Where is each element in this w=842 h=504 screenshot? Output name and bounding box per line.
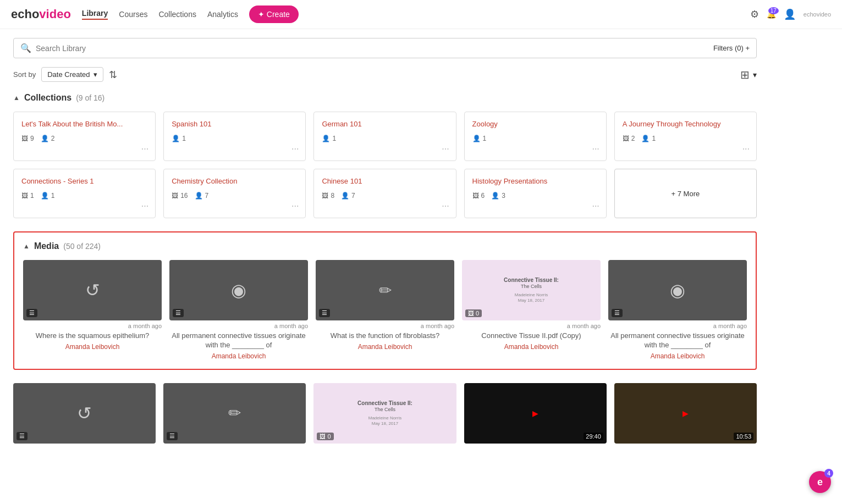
logo[interactable]: echovideo bbox=[11, 7, 71, 21]
media-collapse-icon[interactable]: ▲ bbox=[23, 242, 30, 250]
more-options-icon[interactable]: ··· bbox=[592, 201, 599, 211]
main-nav: Library Courses Collections Analytics bbox=[82, 9, 238, 20]
collection-card[interactable]: A Journey Through Technology 🖼 2 👤 1 ··· bbox=[614, 112, 757, 161]
media-thumbnail: Connective Tissue II: The Cells Madelein… bbox=[462, 260, 601, 320]
media-count: 🖼 16 bbox=[172, 192, 188, 200]
media-card[interactable]: ✏ ☰ a month ago What is the function of … bbox=[316, 260, 454, 360]
more-options-icon[interactable]: ··· bbox=[742, 144, 750, 154]
nav-courses[interactable]: Courses bbox=[119, 10, 147, 19]
collection-card[interactable]: Connections - Series 1 🖼 1 👤 1 ··· bbox=[13, 169, 156, 218]
brand-label: echovideo bbox=[804, 11, 831, 18]
collection-title: Histology Presentations bbox=[472, 177, 598, 185]
media-grid: ↺ ☰ a month ago Where is the squamous ep… bbox=[23, 260, 747, 360]
more-options-icon[interactable]: ··· bbox=[291, 201, 299, 211]
collection-meta: 👤 1 bbox=[322, 135, 448, 142]
sort-label: Sort by bbox=[13, 70, 36, 79]
media-card[interactable]: ◉ ☰ a month ago All permanent connective… bbox=[169, 260, 308, 360]
collection-card[interactable]: Chinese 101 🖼 8 👤 7 ··· bbox=[313, 169, 456, 218]
collection-meta: 🖼 8 👤 7 bbox=[322, 192, 448, 200]
collection-title: Chinese 101 bbox=[322, 177, 448, 185]
media-header: ▲ Media (50 of 224) bbox=[23, 241, 747, 251]
header: echovideo Library Courses Collections An… bbox=[0, 0, 842, 29]
notification-bell[interactable]: 🔔 17 bbox=[767, 10, 776, 19]
media-thumbnail: ↺ ☰ bbox=[13, 383, 156, 444]
media-count: 🖼 1 bbox=[21, 192, 34, 200]
create-button[interactable]: ✦ Create bbox=[249, 5, 299, 23]
media-author: Amanda Leibovich bbox=[608, 352, 747, 360]
collection-meta: 🖼 6 👤 3 bbox=[472, 192, 598, 200]
sort-dropdown[interactable]: Date Created ▾ bbox=[41, 67, 103, 82]
sort-order-icon[interactable]: ⇅ bbox=[109, 69, 117, 81]
media-date: a month ago bbox=[316, 323, 454, 329]
youtube-icon: ▶ bbox=[532, 409, 538, 418]
media-card[interactable]: Connective Tissue II: The Cells Madelein… bbox=[462, 260, 601, 360]
media-date: a month ago bbox=[23, 323, 162, 329]
nav-analytics[interactable]: Analytics bbox=[207, 10, 238, 19]
replay-icon: ↺ bbox=[77, 403, 92, 424]
more-options-icon[interactable]: ··· bbox=[141, 201, 148, 211]
search-container: 🔍 Filters (0) + bbox=[13, 38, 757, 58]
collection-meta: 👤 1 bbox=[472, 135, 598, 142]
collection-title: Connections - Series 1 bbox=[21, 177, 147, 185]
more-options-icon[interactable]: ··· bbox=[141, 144, 148, 154]
media-play-icon: ◉ bbox=[231, 280, 246, 301]
collection-card[interactable]: Histology Presentations 🖼 6 👤 3 ··· bbox=[464, 169, 607, 218]
collections-title: Collections bbox=[24, 93, 71, 103]
user-count: 👤 2 bbox=[41, 135, 55, 142]
collection-title: A Journey Through Technology bbox=[623, 120, 749, 128]
collection-title: Chemistry Collection bbox=[172, 177, 298, 185]
media-title-text: What is the function of fibroblasts? bbox=[316, 331, 454, 341]
media-card[interactable]: ◉ ☰ a month ago All permanent connective… bbox=[608, 260, 747, 360]
sort-bar: Sort by Date Created ▾ ⇅ ⊞ ▾ bbox=[13, 67, 757, 82]
collection-card[interactable]: Spanish 101 👤 1 ··· bbox=[163, 112, 306, 161]
media-author: Amanda Leibovich bbox=[316, 343, 454, 351]
media-play-icon: ◉ bbox=[670, 280, 685, 301]
collection-meta: 🖼 1 👤 1 bbox=[21, 192, 147, 200]
user-icon[interactable]: 👤 bbox=[784, 8, 796, 20]
collections-header: ▲ Collections (9 of 16) bbox=[13, 93, 757, 103]
settings-icon[interactable]: ⚙ bbox=[750, 8, 759, 20]
media-author: Amanda Leibovich bbox=[23, 343, 162, 351]
video-duration: 29:40 bbox=[584, 433, 603, 440]
media-card[interactable]: ▶ 10:53 bbox=[614, 383, 757, 446]
media-thumbnail: ◉ ☰ bbox=[608, 260, 747, 320]
chevron-down-icon: ▾ bbox=[93, 70, 97, 79]
nav-library[interactable]: Library bbox=[82, 9, 108, 20]
edit-icon: ✏ bbox=[379, 281, 392, 300]
collection-title: Zoology bbox=[472, 120, 598, 128]
media-card[interactable]: ↺ ☰ bbox=[13, 383, 156, 446]
media-title-text: Where is the squamous epithelium? bbox=[23, 331, 162, 341]
search-input[interactable] bbox=[36, 44, 713, 53]
collections-collapse-icon[interactable]: ▲ bbox=[13, 94, 20, 102]
collection-card[interactable]: Zoology 👤 1 ··· bbox=[464, 112, 607, 161]
view-toggle[interactable]: ⊞ ▾ bbox=[740, 68, 757, 81]
media-thumbnail: ▶ 29:40 bbox=[464, 383, 607, 444]
media-card[interactable]: ▶ 29:40 bbox=[464, 383, 607, 446]
media-count: 🖼 2 bbox=[623, 135, 635, 142]
more-options-icon[interactable]: ··· bbox=[442, 201, 449, 211]
user-count: 👤 1 bbox=[472, 135, 487, 142]
media-count: 🖼 8 bbox=[322, 192, 334, 200]
media-play-icon: ↺ bbox=[85, 280, 100, 301]
media-date: a month ago bbox=[169, 323, 308, 329]
media-title-text: All permanent connective tissues origina… bbox=[608, 331, 747, 350]
media-thumbnail: ◉ ☰ bbox=[169, 260, 308, 320]
media-thumbnail: ▶ 10:53 bbox=[614, 383, 757, 444]
more-options-icon[interactable]: ··· bbox=[592, 144, 599, 154]
notification-count: 17 bbox=[768, 7, 779, 14]
collection-card[interactable]: Let's Talk About the British Mo... 🖼 9 👤… bbox=[13, 112, 156, 161]
media-card[interactable]: Connective Tissue II: The Cells Madelein… bbox=[313, 383, 456, 446]
filters-button[interactable]: Filters (0) + bbox=[713, 44, 750, 52]
nav-collections[interactable]: Collections bbox=[158, 10, 196, 19]
bottom-media-grid: ↺ ☰ ✏ ☰ Connective Tissue II: The Cells … bbox=[13, 383, 757, 446]
media-card[interactable]: ✏ ☰ bbox=[163, 383, 306, 446]
media-card[interactable]: ↺ ☰ a month ago Where is the squamous ep… bbox=[23, 260, 162, 360]
more-options-icon[interactable]: ··· bbox=[291, 144, 299, 154]
media-type-badge: ☰ bbox=[319, 309, 330, 317]
media-type-badge: 🖼 0 bbox=[317, 433, 333, 440]
more-options-icon[interactable]: ··· bbox=[442, 144, 449, 154]
media-count: (50 of 224) bbox=[63, 242, 101, 251]
collection-card[interactable]: German 101 👤 1 ··· bbox=[313, 112, 456, 161]
show-more-button[interactable]: + 7 More bbox=[614, 169, 757, 218]
collection-card[interactable]: Chemistry Collection 🖼 16 👤 7 ··· bbox=[163, 169, 306, 218]
